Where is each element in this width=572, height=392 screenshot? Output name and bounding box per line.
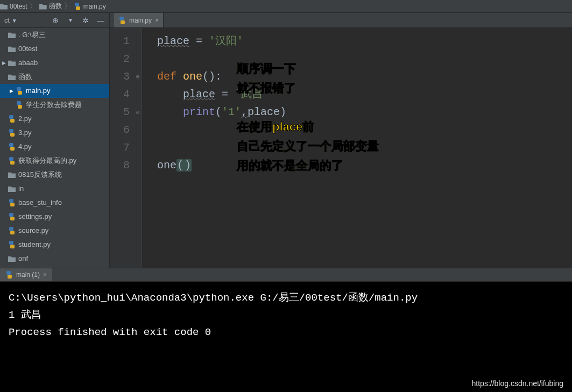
- close-icon[interactable]: ×: [43, 271, 47, 279]
- gear-icon[interactable]: ✲: [81, 16, 90, 25]
- tree-item-label: onf: [18, 252, 28, 266]
- annotation-line: 用的就不是全局的了: [237, 156, 379, 175]
- tree-item-label: 获取得分最高的.py: [18, 154, 76, 168]
- tree-item-label: in: [18, 182, 24, 196]
- tree-xuesheng[interactable]: 学生分数去除费题: [0, 98, 109, 112]
- tree-expand-icon[interactable]: ▶: [1, 56, 6, 70]
- chevron-down-icon: ▼: [12, 18, 17, 24]
- tree-settings[interactable]: settings.py: [0, 210, 109, 224]
- tree-item-label: 3.py: [18, 126, 32, 140]
- tree-item-label: settings.py: [18, 210, 52, 224]
- sidebar-toolbar: ct ▼ ⊕ ▼ ✲ —: [0, 13, 109, 28]
- python-icon: [8, 241, 16, 248]
- breadcrumb-label: 函数: [49, 2, 62, 11]
- chevron-down-icon[interactable]: ▼: [66, 16, 75, 25]
- tree-00test[interactable]: 00test: [0, 42, 109, 56]
- locate-icon[interactable]: ⊕: [51, 16, 60, 25]
- editor-tab-main[interactable]: main.py ×: [114, 13, 164, 27]
- annotation-overlay: 顺序调一下 就不报错了 在使用place前 自己先定义了一个局部变量 用的就不是…: [237, 59, 379, 175]
- fold-icon[interactable]: ⊖: [136, 103, 139, 121]
- tree-item-label: abaab: [18, 56, 38, 70]
- line-number: 4: [110, 85, 142, 103]
- tab-label: main.py: [129, 17, 152, 24]
- folder-icon: [8, 32, 16, 38]
- tree-abaab[interactable]: ▶abaab: [0, 56, 109, 70]
- python-icon: [118, 17, 126, 24]
- tree-item-label: main.py: [26, 84, 51, 98]
- tree-item-label: 4.py: [18, 140, 32, 154]
- breadcrumb-item-hanshu[interactable]: 函数: [39, 2, 62, 11]
- breadcrumb-item-00test[interactable]: 00test: [0, 3, 27, 10]
- tree-hanshu[interactable]: 函数: [0, 70, 109, 84]
- project-dropdown[interactable]: ct ▼: [4, 16, 17, 24]
- python-icon: [8, 227, 16, 234]
- fold-icon[interactable]: ⊖: [136, 68, 139, 85]
- tree-item-label: base_stu_info: [18, 196, 62, 210]
- chevron-right-icon: 〉: [64, 2, 72, 11]
- console-line: 1 武昌: [9, 307, 563, 324]
- tree-item-label: 函数: [18, 70, 32, 84]
- python-icon: [15, 87, 24, 95]
- gutter: 1 2 3⊖ 4 5⊖ 6 7 8: [110, 28, 142, 268]
- tree-item-label: 2.py: [18, 112, 32, 126]
- run-tab-main[interactable]: main (1) ×: [0, 268, 52, 281]
- tree-item-label: student.py: [18, 238, 51, 252]
- line-number: 7: [110, 139, 142, 156]
- tree-student[interactable]: student.py: [0, 238, 109, 252]
- tree-huoqu[interactable]: 获取得分最高的.py: [0, 154, 109, 168]
- tree-expand-icon[interactable]: ▶: [9, 84, 14, 98]
- tree-item-label: 0815反馈系统: [18, 168, 62, 182]
- line-number: 6: [110, 121, 142, 139]
- python-icon: [74, 3, 81, 10]
- python-icon: [5, 271, 13, 279]
- annotation-line: 在使用place前: [237, 117, 379, 137]
- folder-icon: [8, 60, 16, 66]
- tree-item-label: source.py: [18, 224, 48, 238]
- breadcrumb: 00test 〉 函数 〉 main.py: [0, 0, 572, 13]
- breadcrumb-label: 00test: [10, 3, 27, 10]
- tree-item-label: 学生分数去除费题: [26, 98, 82, 112]
- run-console[interactable]: C:\Users\python_hui\Anaconda3\python.exe…: [0, 282, 572, 392]
- annotation-line: 就不报错了: [237, 79, 379, 98]
- folder-icon: [8, 172, 16, 178]
- project-tree: . G:\易三00test▶abaab函数▶main.py学生分数去除费题2.p…: [0, 28, 109, 268]
- tree-root[interactable]: . G:\易三: [0, 28, 109, 42]
- folder-icon: [8, 74, 16, 80]
- tab-label: main (1): [16, 271, 40, 279]
- tree-item-label: . G:\易三: [18, 28, 46, 42]
- annotation-line: 自己先定义了一个局部变量: [237, 137, 379, 156]
- tree-2py[interactable]: 2.py: [0, 112, 109, 126]
- tree-3py[interactable]: 3.py: [0, 126, 109, 140]
- console-line: Process finished with exit code 0: [9, 324, 563, 341]
- editor-tabbar: main.py ×: [110, 13, 572, 28]
- folder-icon: [0, 3, 8, 10]
- breadcrumb-label: main.py: [83, 3, 106, 10]
- tree-main-py[interactable]: ▶main.py: [0, 84, 109, 98]
- python-icon: [8, 157, 16, 165]
- console-line: C:\Users\python_hui\Anaconda3\python.exe…: [9, 289, 563, 307]
- project-sidebar: ct ▼ ⊕ ▼ ✲ — . G:\易三00test▶abaab函数▶main.…: [0, 13, 110, 268]
- tree-onf[interactable]: onf: [0, 252, 109, 266]
- tree-in[interactable]: in: [0, 182, 109, 196]
- tree-0815[interactable]: 0815反馈系统: [0, 168, 109, 182]
- close-icon[interactable]: ×: [155, 17, 159, 24]
- folder-icon: [8, 186, 16, 192]
- line-number: 3⊖: [110, 68, 142, 85]
- tree-4py[interactable]: 4.py: [0, 140, 109, 154]
- line-number: 8: [110, 156, 142, 174]
- chevron-right-icon: 〉: [30, 2, 37, 11]
- watermark: https://blog.csdn.net/ifubing: [472, 379, 563, 388]
- folder-icon: [8, 46, 16, 52]
- minimize-icon[interactable]: —: [96, 16, 105, 25]
- python-icon: [8, 213, 16, 220]
- tree-source[interactable]: source.py: [0, 224, 109, 238]
- breadcrumb-item-main[interactable]: main.py: [74, 3, 106, 10]
- folder-icon: [8, 255, 16, 262]
- python-icon: [8, 199, 16, 206]
- python-icon: [8, 115, 16, 123]
- tree-base[interactable]: base_stu_info: [0, 196, 109, 210]
- folder-icon: [39, 3, 47, 10]
- annotation-line: 顺序调一下: [237, 59, 379, 79]
- tree-item-label: 00test: [18, 42, 37, 56]
- python-icon: [15, 101, 24, 109]
